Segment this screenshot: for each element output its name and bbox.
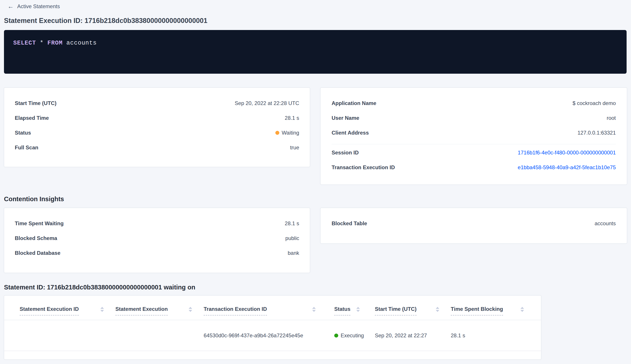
kv-row-user-name: User Name root [332,114,616,122]
card-divider [332,144,616,144]
sort-icon[interactable] [356,307,360,312]
column-header-label: Status [334,306,350,316]
kv-label: Status [15,130,31,136]
kv-row-start-time: Start Time (UTC) Sep 20, 2022 at 22:28 U… [15,100,299,107]
cell-transaction-execution-id: 64530d0c-969f-437e-a9b4-26a72245e45e [198,332,322,339]
kv-label: Client Address [332,130,369,136]
column-header-status: Status [322,306,366,316]
contention-insights-heading: Contention Insights [4,195,627,203]
back-link-active-statements[interactable]: ← Active Statements [4,3,60,10]
status-waiting-dot-icon [275,131,279,135]
kv-row-application-name: Application Name $ cockroach demo [332,100,616,107]
kv-label: Start Time (UTC) [15,100,56,106]
kv-row-client-address: Client Address 127.0.0.1:63321 [332,129,616,136]
kv-row-time-spent-waiting: Time Spent Waiting 28.1 s [15,220,299,227]
kv-value: 127.0.0.1:63321 [578,130,616,136]
contention-details-card: Time Spent Waiting 28.1 s Blocked Schema… [4,208,310,273]
sort-icon[interactable] [436,307,439,312]
kv-row-blocked-database: Blocked Database bank [15,250,299,256]
kv-value: $ cockroach demo [572,100,616,106]
statement-overview-card: Start Time (UTC) Sep 20, 2022 at 22:28 U… [4,88,310,167]
kv-value: true [290,144,299,151]
page-title: Statement Execution ID: 1716b218dc0b3838… [4,16,627,25]
column-header-transaction-execution-id: Transaction Execution ID [198,306,322,316]
blocked-table-card: Blocked Table accounts [320,208,627,244]
kv-label: Transaction Execution ID [332,164,395,170]
transaction-execution-id-link[interactable]: e1bba458-5948-40a9-a42f-5feac1b10e75 [518,164,616,170]
kv-row-full-scan: Full Scan true [15,144,299,151]
kv-value: bank [288,250,299,256]
status-executing-dot-icon [334,334,338,338]
kv-value: root [607,115,616,121]
kv-label: Blocked Table [332,220,367,226]
column-header-time-spent-blocking: Time Spent Blocking [446,306,538,316]
cell-start-time: Sep 20, 2022 at 22:27 [366,332,446,339]
kv-row-blocked-schema: Blocked Schema public [15,235,299,242]
session-id-link[interactable]: 1716b1f6-4e0c-f480-0000-000000000001 [518,150,616,156]
sort-icon[interactable] [189,307,192,312]
kv-value: accounts [594,220,616,226]
sql-table-name: accounts [66,40,97,46]
waiting-on-table: Statement Execution ID Statement Executi… [4,296,541,360]
back-arrow-icon: ← [8,3,14,10]
table-header-row: Statement Execution ID Statement Executi… [4,296,541,320]
kv-row-session-id: Session ID 1716b1f6-4e0c-f480-0000-00000… [332,149,616,156]
column-header-label: Transaction Execution ID [204,306,267,316]
kv-label: User Name [332,115,359,121]
cell-status: Executing [322,332,366,339]
column-header-statement-execution: Statement Execution [110,306,198,316]
kv-row-elapsed-time: Elapsed Time 28.1 s [15,114,299,122]
kv-value: Sep 20, 2022 at 22:28 UTC [235,100,299,106]
column-header-statement-execution-id: Statement Execution ID [4,306,110,316]
table-row: 64530d0c-969f-437e-a9b4-26a72245e45e Exe… [4,320,541,351]
kv-value: 28.1 s [285,115,299,121]
back-link-label: Active Statements [17,3,60,10]
kv-value: Waiting [282,130,299,136]
sql-statement-box: SELECT * FROM accounts [4,30,626,74]
column-header-label: Statement Execution ID [20,306,79,316]
column-header-label: Time Spent Blocking [451,306,503,316]
sort-icon[interactable] [520,307,524,312]
kv-label: Blocked Schema [15,235,57,241]
kv-label: Application Name [332,100,376,106]
sort-icon[interactable] [312,307,316,312]
session-details-card: Application Name $ cockroach demo User N… [320,88,627,185]
kv-row-status: Status Waiting [15,129,299,136]
kv-label: Session ID [332,150,359,156]
kv-value: public [285,235,299,241]
cell-time-spent-blocking: 28.1 s [446,332,538,339]
page: ← Active Statements Statement Execution … [0,0,631,360]
kv-label: Full Scan [15,144,38,151]
waiting-on-heading: Statement ID: 1716b218dc0b38380000000000… [4,283,627,291]
kv-label: Elapsed Time [15,115,49,121]
kv-row-transaction-execution-id: Transaction Execution ID e1bba458-5948-4… [332,164,616,171]
column-header-label: Statement Execution [116,306,168,316]
status-value: Waiting [275,130,299,136]
column-header-label: Start Time (UTC) [375,306,416,316]
sort-icon[interactable] [100,307,104,312]
sql-keyword: FROM [48,40,63,46]
kv-label: Blocked Database [15,250,60,256]
column-header-start-time: Start Time (UTC) [366,306,446,316]
sql-star: * [40,40,44,46]
kv-label: Time Spent Waiting [15,220,64,226]
kv-value: 28.1 s [285,220,299,226]
status-label: Executing [341,332,364,339]
sql-keyword: SELECT [13,40,36,46]
kv-row-blocked-table: Blocked Table accounts [332,220,616,227]
